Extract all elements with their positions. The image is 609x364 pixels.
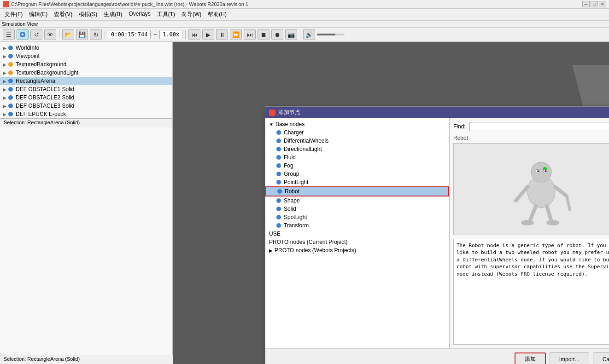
tree-item-rectanglearena[interactable]: ▶ RectangleArena (0, 77, 172, 85)
menu-overlays[interactable]: Overlays (126, 10, 153, 19)
add-node-dialog: 添加节点 ? ✕ ▼ Base nodes Charge (265, 106, 609, 364)
save-button[interactable]: 💾 (76, 29, 88, 40)
node-fog[interactable]: Fog (265, 162, 449, 170)
rewind-button[interactable]: ⏮ (188, 29, 200, 40)
node-pointlight[interactable]: PointLight (265, 178, 449, 186)
arrow-icon: ▶ (3, 54, 6, 59)
tree-item-label: DEF OBSTACLE1 Solid (16, 86, 74, 92)
view-toggle-button[interactable]: 👁 (44, 29, 56, 40)
tree-item-worldinfo[interactable]: ▶ WorldInfo (0, 44, 172, 52)
arrow-icon: ▶ (3, 95, 6, 100)
tree-item-obstacle3[interactable]: ▶ DEF OBSTACLE3 Solid (0, 102, 172, 110)
section-proto-webots[interactable]: ▶ PROTO nodes (Webots Projects) (265, 246, 449, 254)
node-dot (276, 180, 281, 185)
node-spotlight[interactable]: SpotLight (265, 213, 449, 221)
node-label: Fluid (284, 154, 296, 161)
undo-button[interactable]: ↺ (30, 29, 42, 40)
volume-slider[interactable] (317, 34, 345, 35)
node-fluid[interactable]: Fluid (265, 153, 449, 162)
node-robot[interactable]: Robot (265, 186, 449, 196)
tree-item-epuck[interactable]: ▶ DEF EPUCK E-puck (0, 110, 172, 118)
fast-forward2-button[interactable]: ⏭ (244, 29, 256, 40)
tree-item-texturedbglight[interactable]: ▶ TexturedBackgroundLight (0, 69, 172, 77)
node-shape[interactable]: Shape (265, 196, 449, 205)
section-base-nodes[interactable]: ▼ Base nodes (265, 120, 449, 128)
node-directionallight[interactable]: DirectionalLight (265, 145, 449, 153)
fast-forward-button[interactable]: ⏩ (230, 29, 242, 40)
node-transform[interactable]: Transform (265, 221, 449, 230)
panel-toggle-button[interactable]: ☰ (3, 29, 15, 40)
menu-file[interactable]: 文件(F) (2, 10, 25, 19)
add-node-button[interactable]: + (17, 29, 29, 40)
node-dot (8, 112, 13, 116)
menu-edit[interactable]: 编辑(E) (26, 10, 50, 19)
separator3 (185, 30, 186, 39)
record-button[interactable]: ⏺ (271, 29, 283, 40)
node-dot (276, 139, 281, 143)
main-status-bar: Selection: RectangleArena (Solid) (0, 355, 173, 364)
cancel-button[interactable]: Cancel (593, 352, 609, 364)
maximize-button[interactable]: □ (591, 1, 598, 7)
add-button[interactable]: 添加 (515, 352, 546, 364)
find-label: Find: (453, 123, 466, 130)
menu-help[interactable]: 帮助(H) (205, 10, 229, 19)
svg-point-3 (531, 162, 551, 182)
step-button[interactable]: ▶ (202, 29, 214, 40)
tree-item-obstacle2[interactable]: ▶ DEF OBSTACLE2 Solid (0, 93, 172, 102)
tree-item-obstacle1[interactable]: ▶ DEF OBSTACLE1 Solid (0, 85, 172, 93)
section-proto-current[interactable]: PROTO nodes (Current Project) (265, 238, 449, 246)
minimize-button[interactable]: ─ (582, 1, 590, 7)
status-text: Selection: RectangleArena (Solid) (4, 120, 80, 125)
volume-button[interactable]: 🔊 (303, 29, 315, 40)
node-dot (277, 189, 282, 194)
tree-item-label: DEF OBSTACLE3 Solid (16, 103, 74, 109)
title-bar: C:\Program Files\Webots\projects\languag… (0, 0, 609, 9)
node-group[interactable]: Group (265, 170, 449, 178)
tree-item-label: RectangleArena (16, 78, 55, 84)
window-controls: ─ □ ✕ (582, 1, 606, 7)
stop-button[interactable]: ⏹ (258, 29, 269, 40)
menu-view[interactable]: 查看(V) (51, 10, 75, 19)
title-text: C:\Program Files\Webots\projects\languag… (11, 1, 248, 7)
node-dot (8, 87, 13, 92)
node-differentialwheels[interactable]: DifferentialWheels (265, 137, 449, 145)
arrow-icon: ▶ (3, 104, 6, 109)
main-layout: ▶ WorldInfo ▶ Viewpoint ▶ TexturedBackgr… (0, 42, 609, 364)
section-use[interactable]: USE (265, 230, 449, 238)
menu-build[interactable]: 生成(B) (101, 10, 125, 19)
node-dot (8, 46, 13, 50)
node-solid[interactable]: Solid (265, 205, 449, 213)
node-dot (276, 198, 281, 203)
dialog-title: 添加节点 (278, 109, 300, 116)
pause-button[interactable]: ⏸ (216, 29, 228, 40)
menu-tools[interactable]: 工具(T) (154, 10, 178, 19)
node-dot (8, 70, 13, 75)
menu-wizard[interactable]: 向导(W) (179, 10, 204, 19)
screenshot-button[interactable]: 📷 (285, 29, 297, 40)
separator4 (300, 30, 300, 39)
reload-button[interactable]: ↻ (90, 29, 102, 40)
tree-item-label: TexturedBackground (16, 61, 66, 68)
menu-bar: 文件(F) 编辑(E) 查看(V) 模拟(S) 生成(B) Overlays 工… (0, 9, 609, 21)
svg-point-13 (537, 170, 539, 172)
speed-display: 1.00x (159, 30, 182, 39)
svg-line-5 (516, 187, 527, 201)
arrow-icon: ▶ (3, 46, 6, 51)
node-description: The Robot node is a generic type of robo… (453, 239, 609, 345)
tree-item-label: TexturedBackgroundLight (16, 69, 78, 76)
node-dot (276, 207, 281, 211)
close-button[interactable]: ✕ (599, 1, 606, 7)
find-input[interactable] (469, 122, 609, 131)
node-info-panel: Find: Robot (450, 118, 609, 348)
separator2 (105, 30, 105, 39)
node-charger[interactable]: Charger (265, 128, 449, 137)
import-button[interactable]: Import... (550, 352, 589, 364)
svg-text:+: + (21, 31, 24, 38)
node-label: Robot (285, 188, 299, 195)
arrow-icon: ▶ (3, 70, 6, 75)
tree-item-texturedbg[interactable]: ▶ TexturedBackground (0, 60, 172, 69)
menu-simulate[interactable]: 模拟(S) (76, 10, 100, 19)
tree-item-viewpoint[interactable]: ▶ Viewpoint (0, 52, 172, 60)
open-button[interactable]: 📂 (62, 29, 74, 40)
app-icon (3, 1, 9, 7)
